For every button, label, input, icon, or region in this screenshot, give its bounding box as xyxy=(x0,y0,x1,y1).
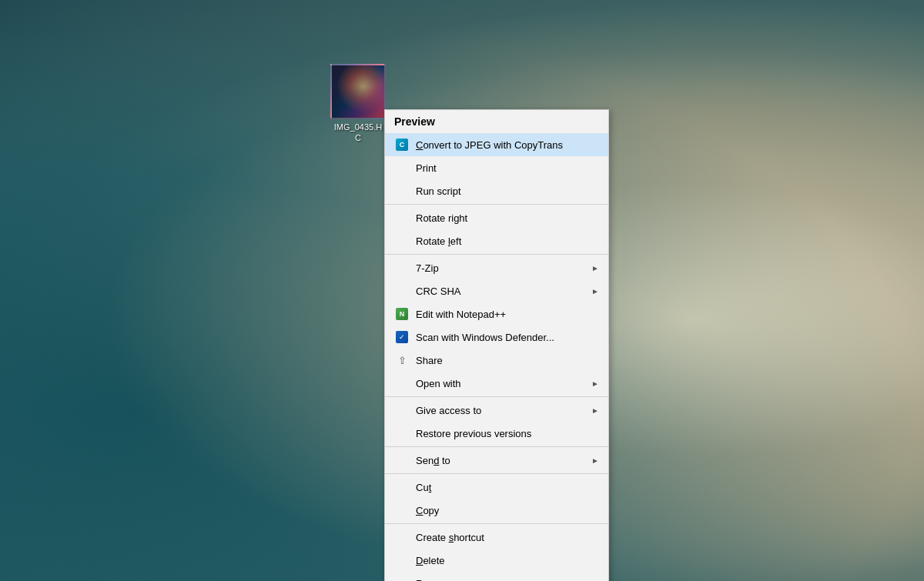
menu-item-rotate-left[interactable]: Rotate left xyxy=(385,229,608,252)
rotate-right-icon-area xyxy=(394,210,410,225)
menu-item-give-access-label: Give access to xyxy=(416,405,591,416)
menu-item-share-label: Share xyxy=(416,355,599,366)
menu-item-print[interactable]: Print xyxy=(385,156,608,179)
menu-item-rotate-left-label: Rotate left xyxy=(416,235,599,247)
open-with-submenu-arrow: ► xyxy=(591,379,599,388)
menu-item-notepadpp[interactable]: N Edit with Notepad++ xyxy=(385,302,608,326)
menu-item-run-script-label: Run script xyxy=(416,185,599,197)
open-with-icon-area xyxy=(394,376,410,391)
menu-item-send-to-label: Send to xyxy=(416,455,591,466)
restore-versions-icon-area xyxy=(394,426,410,441)
run-script-icon-area xyxy=(394,183,410,199)
menu-item-rename[interactable]: Rename xyxy=(385,572,608,581)
menu-divider-2 xyxy=(385,254,608,255)
menu-divider-4 xyxy=(385,446,608,447)
defender-icon: ✓ xyxy=(394,329,410,345)
menu-item-notepadpp-label: Edit with Notepad++ xyxy=(416,309,599,320)
menu-item-open-with[interactable]: Open with ► xyxy=(385,372,608,395)
menu-item-convert-label: Convert to JPEG with CopyTrans xyxy=(416,139,599,151)
menu-item-7zip[interactable]: 7-Zip ► xyxy=(385,256,608,279)
context-menu: Preview C Convert to JPEG with CopyTrans… xyxy=(384,109,609,581)
menu-divider-5 xyxy=(385,473,608,474)
menu-item-delete[interactable]: Delete xyxy=(385,549,608,572)
menu-item-crc-sha-label: CRC SHA xyxy=(416,285,591,297)
menu-item-copy-label: Copy xyxy=(416,505,599,516)
menu-item-defender-label: Scan with Windows Defender... xyxy=(416,332,599,343)
print-icon-area xyxy=(394,160,410,175)
rename-icon-area xyxy=(394,576,410,581)
give-access-icon-area xyxy=(394,402,410,418)
menu-item-open-with-label: Open with xyxy=(416,378,591,389)
menu-item-run-script[interactable]: Run script xyxy=(385,179,608,202)
menu-item-restore-versions-label: Restore previous versions xyxy=(416,428,599,439)
menu-item-defender[interactable]: ✓ Scan with Windows Defender... xyxy=(385,326,608,349)
menu-divider-6 xyxy=(385,523,608,524)
file-icon[interactable]: IMG_0435.H C xyxy=(327,64,389,144)
menu-item-send-to[interactable]: Send to ► xyxy=(385,449,608,472)
crc-sha-submenu-arrow: ► xyxy=(591,287,599,296)
send-to-submenu-arrow: ► xyxy=(591,456,599,465)
menu-item-rotate-right-label: Rotate right xyxy=(416,212,599,224)
menu-item-crc-sha[interactable]: CRC SHA ► xyxy=(385,279,608,302)
menu-item-copy[interactable]: Copy xyxy=(385,499,608,522)
delete-icon-area xyxy=(394,553,410,568)
7zip-icon-area xyxy=(394,260,410,275)
menu-item-create-shortcut[interactable]: Create shortcut xyxy=(385,526,608,549)
give-access-submenu-arrow: ► xyxy=(591,406,599,415)
copy-icon-area xyxy=(394,503,410,518)
preview-label: Preview xyxy=(394,115,435,128)
file-thumbnail xyxy=(330,64,386,119)
menu-item-give-access[interactable]: Give access to ► xyxy=(385,399,608,422)
menu-item-share[interactable]: ⇧ Share xyxy=(385,349,608,372)
menu-item-print-label: Print xyxy=(416,162,599,174)
crc-sha-icon-area xyxy=(394,283,410,299)
menu-item-convert[interactable]: C Convert to JPEG with CopyTrans xyxy=(385,133,608,156)
share-icon: ⇧ xyxy=(394,352,410,368)
7zip-submenu-arrow: ► xyxy=(591,264,599,272)
menu-item-restore-versions[interactable]: Restore previous versions xyxy=(385,422,608,445)
menu-item-cut[interactable]: Cut xyxy=(385,476,608,499)
menu-item-7zip-label: 7-Zip xyxy=(416,262,591,274)
context-menu-preview-header: Preview xyxy=(385,110,608,133)
menu-divider-1 xyxy=(385,204,608,205)
copytrans-icon: C xyxy=(394,137,410,152)
cut-icon-area xyxy=(394,479,410,495)
menu-item-cut-label: Cut xyxy=(416,482,599,493)
menu-divider-3 xyxy=(385,396,608,397)
menu-item-rotate-right[interactable]: Rotate right xyxy=(385,206,608,229)
desktop: IMG_0435.H C Preview C Convert to JPEG w… xyxy=(0,0,924,581)
file-label: IMG_0435.H C xyxy=(334,122,382,144)
rotate-left-icon-area xyxy=(394,233,410,249)
send-to-icon-area xyxy=(394,452,410,468)
notepadpp-icon: N xyxy=(394,306,410,322)
create-shortcut-icon-area xyxy=(394,529,410,545)
menu-item-create-shortcut-label: Create shortcut xyxy=(416,532,599,543)
menu-item-rename-label: Rename xyxy=(416,578,599,582)
menu-item-delete-label: Delete xyxy=(416,555,599,566)
